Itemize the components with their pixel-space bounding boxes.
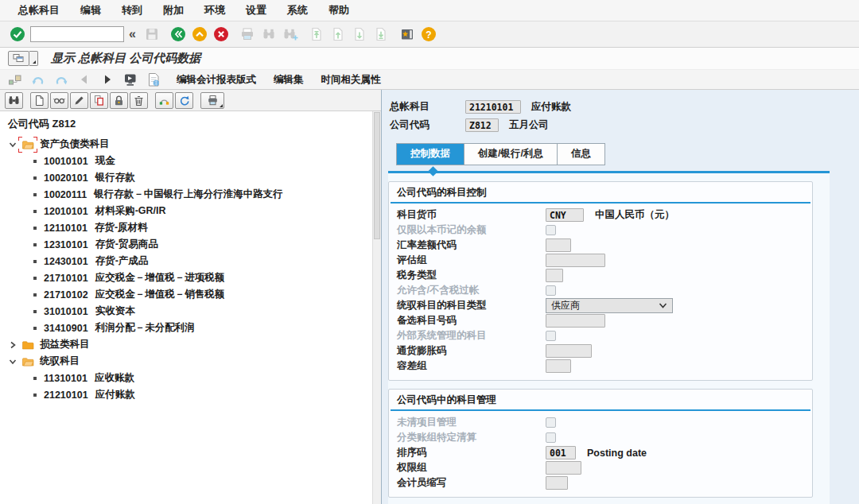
edit-set-button[interactable]: 编辑集: [265, 73, 313, 87]
account-managed-in-ext-system-checkbox[interactable]: [546, 331, 556, 341]
create-button[interactable]: [30, 92, 49, 109]
tree-folder[interactable]: 资产负债类科目: [0, 136, 372, 153]
inflation-key-field[interactable]: [546, 344, 592, 358]
menu-item-environment[interactable]: 环境: [194, 3, 235, 17]
account-name: 存货-贸易商品: [95, 238, 158, 251]
enter-button[interactable]: [8, 25, 27, 44]
chevron-down-icon[interactable]: [7, 356, 19, 367]
menu-item-system[interactable]: 系统: [277, 3, 318, 17]
tree-item[interactable]: 11310101应收账款: [0, 370, 372, 386]
chevron-right-icon[interactable]: [7, 339, 19, 351]
tree-folder[interactable]: 统驭科目: [0, 353, 372, 370]
menu-item-gl-account[interactable]: 总帐科目: [8, 3, 70, 17]
tree-item[interactable]: 12430101存货-产成品: [0, 253, 372, 269]
command-input[interactable]: [30, 26, 124, 42]
find-button[interactable]: [259, 25, 278, 44]
menu-item-help[interactable]: 帮助: [318, 3, 360, 17]
chevron-down-icon[interactable]: [7, 139, 19, 150]
tree-item[interactable]: 21710101应交税金－增值税－进项税额: [0, 269, 372, 286]
authorization-group-field[interactable]: [546, 461, 581, 475]
tab-create-bank-interest[interactable]: 创建/银行/利息: [464, 144, 558, 165]
accounting-clerk-field[interactable]: [546, 476, 568, 490]
exchange-rate-difference-key-field[interactable]: [546, 238, 571, 252]
gui-services-icon[interactable]: [8, 51, 29, 66]
tree-item[interactable]: 10020111银行存款－中国银行上海分行淮海中路支行: [0, 186, 372, 203]
delete-button[interactable]: [130, 92, 148, 109]
ledger-group-specific-clearing-checkbox[interactable]: [546, 432, 556, 443]
company-code-description: 五月公司: [509, 118, 549, 132]
company-code-field[interactable]: Z812: [465, 118, 499, 132]
menu-item-goto[interactable]: 转到: [111, 3, 153, 17]
next-button[interactable]: [99, 71, 116, 88]
tree-folder[interactable]: 损益类科目: [0, 336, 372, 353]
open-item-management-checkbox[interactable]: [546, 417, 556, 428]
tree-item[interactable]: 12110101存货-原材料: [0, 219, 372, 236]
gl-account-field[interactable]: 21210101: [465, 100, 521, 114]
tolerance-group-field[interactable]: [546, 359, 571, 373]
help-icon: ?: [421, 26, 437, 42]
back-button[interactable]: [169, 25, 188, 44]
valuation-group-field[interactable]: [546, 254, 605, 267]
save-button[interactable]: [142, 25, 161, 44]
selection-corner: [33, 149, 37, 153]
bullet-icon: [33, 394, 37, 397]
tree-item[interactable]: 10020101银行存款: [0, 169, 372, 186]
time-dependent-attributes-button[interactable]: 时间相关属性: [313, 73, 390, 87]
print-button[interactable]: [238, 25, 257, 44]
account-currency-field[interactable]: CNY: [546, 208, 584, 222]
tree-item[interactable]: 31010101实收资本: [0, 303, 372, 320]
menu-item-extras[interactable]: 附加: [153, 3, 194, 17]
form-row-posting-without-tax-allowed: 允许含/不含税过帐: [397, 283, 804, 298]
last-page-button[interactable]: [371, 25, 391, 44]
alternative-account-number-field[interactable]: [546, 314, 605, 328]
report-button[interactable]: [145, 71, 162, 88]
tree-item[interactable]: 10010101现金: [0, 153, 372, 169]
posting-without-tax-allowed-checkbox[interactable]: [546, 285, 556, 296]
balances-local-currency-only-checkbox[interactable]: [546, 225, 556, 235]
help-button[interactable]: ?: [419, 25, 438, 44]
gui-services-dropdown-icon[interactable]: [29, 51, 38, 66]
first-page-button[interactable]: [307, 25, 326, 44]
refresh-button[interactable]: [175, 92, 193, 109]
find-next-icon: [282, 26, 298, 42]
tree-item[interactable]: 31410901利润分配－未分配利润: [0, 320, 372, 336]
tree-scrollbar[interactable]: [372, 111, 381, 504]
print-button[interactable]: [200, 92, 224, 109]
account-number: 12110101: [44, 223, 87, 234]
menu-item-edit[interactable]: 编辑: [70, 3, 111, 17]
recon-account-type-select[interactable]: 供应商: [546, 298, 673, 313]
exit-button[interactable]: [190, 25, 209, 44]
structure-button[interactable]: [6, 71, 24, 88]
create-shortcut-button[interactable]: [398, 25, 417, 44]
collapse-command-field-icon[interactable]: «: [129, 27, 136, 41]
block-button[interactable]: [110, 92, 128, 109]
transaction-button[interactable]: [122, 71, 139, 88]
tab-control-data[interactable]: 控制数据: [397, 144, 464, 165]
cancel-button[interactable]: [212, 25, 231, 44]
find-button[interactable]: [5, 92, 23, 109]
copy-button[interactable]: [90, 92, 108, 109]
exit-icon: [192, 26, 208, 42]
bullet-icon: [33, 160, 37, 163]
page-up-button[interactable]: [328, 25, 348, 44]
tree-item[interactable]: 12010101材料采购-GR/IR: [0, 203, 372, 219]
tree-scrollbar-thumb[interactable]: [374, 112, 380, 239]
tax-category-field[interactable]: [546, 269, 563, 282]
page-down-button[interactable]: [350, 25, 369, 44]
tree-item[interactable]: 21210101应付账款: [0, 386, 372, 403]
find-next-button[interactable]: [281, 25, 300, 44]
sample-button[interactable]: [155, 92, 173, 109]
tab-information[interactable]: 信息: [558, 144, 604, 165]
tree-item[interactable]: 21710102应交税金－增值税－销售税额: [0, 286, 372, 303]
previous-button[interactable]: [76, 71, 93, 88]
form-row-ledger-group-specific-clearing: 分类账组特定清算: [397, 430, 804, 445]
sort-key-field[interactable]: 001: [546, 446, 576, 459]
edit-financial-statement-version-button[interactable]: 编辑会计报表版式: [168, 73, 265, 87]
redo-button[interactable]: [52, 71, 70, 88]
display-button[interactable]: [50, 92, 68, 109]
change-button[interactable]: [70, 92, 88, 109]
form-row-inflation-key: 通货膨胀码: [397, 343, 804, 359]
tree-item[interactable]: 12310101存货-贸易商品: [0, 236, 372, 253]
undo-button[interactable]: [29, 71, 47, 88]
menu-item-settings[interactable]: 设置: [235, 3, 277, 17]
